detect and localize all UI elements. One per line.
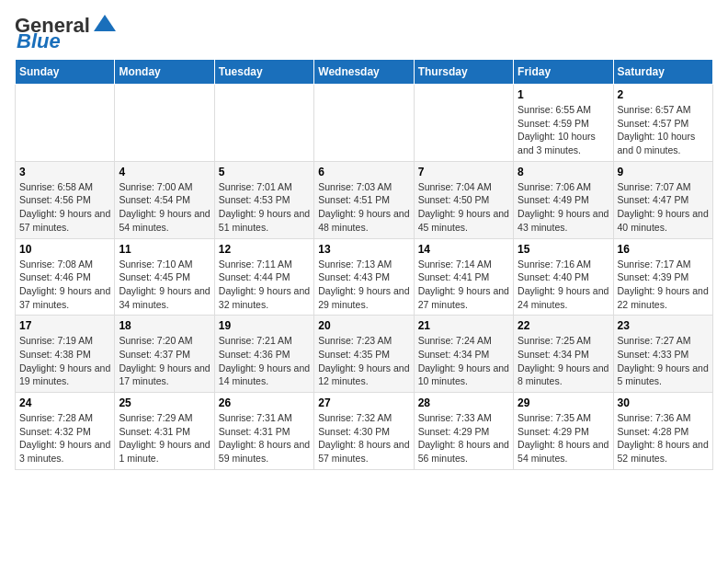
day-info: Sunrise: 7:19 AMSunset: 4:38 PMDaylight:…	[19, 334, 110, 388]
header: General Blue	[15, 15, 713, 52]
day-number: 7	[418, 166, 509, 178]
day-number: 9	[618, 166, 709, 178]
day-info: Sunrise: 7:04 AMSunset: 4:50 PMDaylight:…	[418, 180, 509, 235]
day-info: Sunrise: 7:13 AMSunset: 4:43 PMDaylight:…	[318, 258, 409, 312]
calendar-cell: 9Sunrise: 7:07 AMSunset: 4:47 PMDaylight…	[613, 161, 712, 238]
day-number: 10	[19, 243, 110, 256]
calendar-cell: 8Sunrise: 7:06 AMSunset: 4:49 PMDaylight…	[514, 161, 613, 238]
calendar-cell: 28Sunrise: 7:33 AMSunset: 4:29 PMDayligh…	[414, 393, 513, 470]
calendar-cell: 5Sunrise: 7:01 AMSunset: 4:53 PMDaylight…	[214, 161, 313, 238]
day-number: 27	[318, 396, 409, 409]
day-info: Sunrise: 7:14 AMSunset: 4:41 PMDaylight:…	[418, 258, 509, 312]
day-number: 20	[318, 319, 409, 332]
day-number: 3	[19, 166, 110, 178]
day-info: Sunrise: 7:31 AMSunset: 4:31 PMDaylight:…	[219, 411, 310, 465]
day-number: 21	[418, 319, 509, 332]
day-number: 29	[518, 396, 609, 409]
calendar-cell: 21Sunrise: 7:24 AMSunset: 4:34 PMDayligh…	[414, 316, 513, 393]
day-info: Sunrise: 7:25 AMSunset: 4:34 PMDaylight:…	[518, 334, 609, 388]
calendar-cell: 24Sunrise: 7:28 AMSunset: 4:32 PMDayligh…	[16, 393, 115, 470]
day-info: Sunrise: 7:03 AMSunset: 4:51 PMDaylight:…	[318, 180, 409, 235]
day-number: 2	[618, 88, 709, 101]
day-info: Sunrise: 7:21 AMSunset: 4:36 PMDaylight:…	[219, 334, 310, 388]
day-info: Sunrise: 7:08 AMSunset: 4:46 PMDaylight:…	[19, 258, 110, 312]
day-info: Sunrise: 7:28 AMSunset: 4:32 PMDaylight:…	[19, 411, 110, 465]
calendar-cell: 12Sunrise: 7:11 AMSunset: 4:44 PMDayligh…	[214, 238, 313, 316]
calendar-header-monday: Monday	[115, 60, 214, 85]
calendar-cell	[16, 85, 115, 162]
day-number: 16	[618, 243, 709, 256]
day-info: Sunrise: 7:32 AMSunset: 4:30 PMDaylight:…	[318, 411, 409, 465]
calendar-cell: 26Sunrise: 7:31 AMSunset: 4:31 PMDayligh…	[214, 393, 313, 470]
day-info: Sunrise: 7:07 AMSunset: 4:47 PMDaylight:…	[618, 180, 709, 235]
calendar-header-saturday: Saturday	[613, 60, 712, 85]
day-number: 4	[119, 166, 210, 178]
calendar-cell: 29Sunrise: 7:35 AMSunset: 4:29 PMDayligh…	[514, 393, 613, 470]
calendar-cell: 25Sunrise: 7:29 AMSunset: 4:31 PMDayligh…	[115, 393, 214, 470]
calendar-cell: 22Sunrise: 7:25 AMSunset: 4:34 PMDayligh…	[514, 316, 613, 393]
calendar-cell: 6Sunrise: 7:03 AMSunset: 4:51 PMDaylight…	[314, 161, 414, 238]
day-number: 11	[119, 243, 210, 256]
day-info: Sunrise: 7:36 AMSunset: 4:28 PMDaylight:…	[618, 411, 709, 465]
calendar-week-row: 10Sunrise: 7:08 AMSunset: 4:46 PMDayligh…	[16, 238, 713, 316]
day-info: Sunrise: 7:24 AMSunset: 4:34 PMDaylight:…	[418, 334, 509, 388]
calendar-cell: 14Sunrise: 7:14 AMSunset: 4:41 PMDayligh…	[414, 238, 513, 316]
day-info: Sunrise: 7:27 AMSunset: 4:33 PMDaylight:…	[618, 334, 709, 388]
calendar-header-sunday: Sunday	[16, 60, 115, 85]
day-number: 1	[518, 88, 609, 101]
calendar-table: SundayMondayTuesdayWednesdayThursdayFrid…	[15, 59, 713, 470]
calendar-week-row: 24Sunrise: 7:28 AMSunset: 4:32 PMDayligh…	[16, 393, 713, 470]
day-info: Sunrise: 6:58 AMSunset: 4:56 PMDaylight:…	[19, 180, 110, 235]
calendar-cell	[115, 85, 214, 162]
day-info: Sunrise: 7:06 AMSunset: 4:49 PMDaylight:…	[518, 180, 609, 235]
day-info: Sunrise: 7:29 AMSunset: 4:31 PMDaylight:…	[119, 411, 210, 465]
calendar-cell	[414, 85, 513, 162]
svg-marker-0	[94, 15, 116, 31]
calendar-cell: 3Sunrise: 6:58 AMSunset: 4:56 PMDaylight…	[16, 161, 115, 238]
day-number: 24	[19, 396, 110, 409]
day-info: Sunrise: 7:35 AMSunset: 4:29 PMDaylight:…	[518, 411, 609, 465]
day-number: 6	[318, 166, 409, 178]
calendar-week-row: 3Sunrise: 6:58 AMSunset: 4:56 PMDaylight…	[16, 161, 713, 238]
day-info: Sunrise: 7:20 AMSunset: 4:37 PMDaylight:…	[119, 334, 210, 388]
calendar-cell: 7Sunrise: 7:04 AMSunset: 4:50 PMDaylight…	[414, 161, 513, 238]
day-number: 18	[119, 319, 210, 332]
calendar-cell: 16Sunrise: 7:17 AMSunset: 4:39 PMDayligh…	[613, 238, 712, 316]
logo-icon	[92, 11, 118, 37]
calendar-cell: 20Sunrise: 7:23 AMSunset: 4:35 PMDayligh…	[314, 316, 414, 393]
calendar-header-tuesday: Tuesday	[214, 60, 313, 85]
day-number: 12	[219, 243, 310, 256]
day-info: Sunrise: 7:01 AMSunset: 4:53 PMDaylight:…	[219, 180, 310, 235]
day-number: 14	[418, 243, 509, 256]
day-info: Sunrise: 6:57 AMSunset: 4:57 PMDaylight:…	[618, 103, 709, 157]
calendar-cell: 10Sunrise: 7:08 AMSunset: 4:46 PMDayligh…	[16, 238, 115, 316]
day-info: Sunrise: 6:55 AMSunset: 4:59 PMDaylight:…	[518, 103, 609, 157]
day-info: Sunrise: 7:10 AMSunset: 4:45 PMDaylight:…	[119, 258, 210, 312]
day-number: 19	[219, 319, 310, 332]
calendar-header-friday: Friday	[514, 60, 613, 85]
day-number: 30	[618, 396, 709, 409]
logo: General Blue	[15, 15, 118, 52]
calendar-cell: 2Sunrise: 6:57 AMSunset: 4:57 PMDaylight…	[613, 85, 712, 162]
calendar-week-row: 17Sunrise: 7:19 AMSunset: 4:38 PMDayligh…	[16, 316, 713, 393]
day-number: 13	[318, 243, 409, 256]
day-info: Sunrise: 7:17 AMSunset: 4:39 PMDaylight:…	[618, 258, 709, 312]
day-info: Sunrise: 7:33 AMSunset: 4:29 PMDaylight:…	[418, 411, 509, 465]
day-number: 28	[418, 396, 509, 409]
calendar-cell: 18Sunrise: 7:20 AMSunset: 4:37 PMDayligh…	[115, 316, 214, 393]
calendar-cell: 30Sunrise: 7:36 AMSunset: 4:28 PMDayligh…	[613, 393, 712, 470]
calendar-cell: 11Sunrise: 7:10 AMSunset: 4:45 PMDayligh…	[115, 238, 214, 316]
day-number: 17	[19, 319, 110, 332]
day-number: 22	[518, 319, 609, 332]
calendar-cell: 15Sunrise: 7:16 AMSunset: 4:40 PMDayligh…	[514, 238, 613, 316]
day-number: 26	[219, 396, 310, 409]
day-number: 15	[518, 243, 609, 256]
day-info: Sunrise: 7:00 AMSunset: 4:54 PMDaylight:…	[119, 180, 210, 235]
calendar-cell: 13Sunrise: 7:13 AMSunset: 4:43 PMDayligh…	[314, 238, 414, 316]
day-number: 8	[518, 166, 609, 178]
calendar-cell: 19Sunrise: 7:21 AMSunset: 4:36 PMDayligh…	[214, 316, 313, 393]
calendar-week-row: 1Sunrise: 6:55 AMSunset: 4:59 PMDaylight…	[16, 85, 713, 162]
calendar-header-row: SundayMondayTuesdayWednesdayThursdayFrid…	[16, 60, 713, 85]
calendar-cell: 27Sunrise: 7:32 AMSunset: 4:30 PMDayligh…	[314, 393, 414, 470]
day-number: 23	[618, 319, 709, 332]
